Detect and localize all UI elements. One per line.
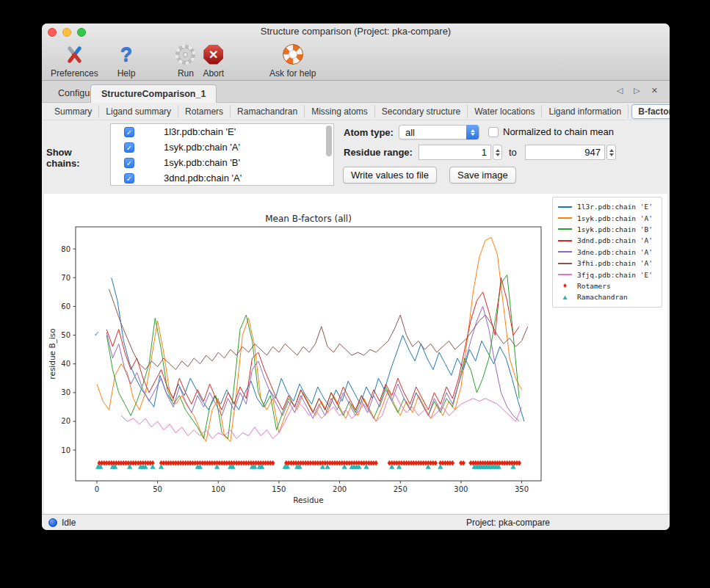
y-tick-label: 20 [61,417,70,425]
gear-icon [175,45,195,65]
chain-checkbox-checked[interactable]: ✓ [124,173,134,184]
chain-checkbox-checked[interactable]: ✓ [124,142,134,153]
residue-to-stepper[interactable] [606,145,616,160]
legend-line-swatch [558,228,572,230]
legend-entry: 3dne.pdb:chain 'A' [558,247,656,258]
chain-label: 3dnd.pdb:chain 'A' [164,173,242,184]
tab-structure-comparison-1[interactable]: StructureComparison_1 [90,84,217,103]
legend-label: Ramachandran [577,293,628,301]
window-title: Structure comparison (Project: pka-compa… [42,23,670,40]
legend-entry: ▲Ramachandran [558,291,656,302]
residue-from-stepper[interactable] [493,145,502,160]
chain-list-item[interactable]: ✓ 1syk.pdb:chain 'B' [111,155,333,170]
legend-line-swatch [558,240,572,242]
scrollbar-thumb[interactable] [326,126,332,156]
x-tick-label: 200 [333,485,347,493]
y-tick-label: 50 [61,331,70,339]
diamond-icon: ♦ [558,282,572,289]
subtab-secondary-structure[interactable]: Secondary structure [375,105,468,118]
titlebar[interactable]: Structure comparison (Project: pka-compa… [42,23,670,40]
run-button[interactable]: Run [175,40,195,79]
legend-line-swatch [558,217,572,219]
x-tick-label: 50 [153,485,162,493]
plot-title: Mean B-factors (all) [265,214,352,224]
triangle-icon: ▲ [558,294,572,301]
to-label: to [509,147,517,158]
chain-checkbox-checked[interactable]: ✓ [124,158,134,168]
y-tick-label: 60 [61,302,70,311]
window-chrome: Structure comparison (Project: pka-compa… [42,23,670,81]
legend-entry: ♦Rotamers [558,280,656,291]
toolbar: Preferences ? Help Run ✕ Abort Ask for h… [42,40,316,81]
legend-label: 3dnd.pdb:chain 'A' [577,236,653,244]
ask-for-help-button[interactable]: Ask for help [269,40,316,79]
run-label: Run [178,68,194,79]
legend-entry: 1syk.pdb:chain 'A' [558,212,656,223]
abort-x-icon: ✕ [203,45,223,65]
help-button[interactable]: ? Help [117,40,136,79]
residue-to-input[interactable]: 947 [525,145,605,160]
subtab-ramachandran[interactable]: Ramachandran [231,105,305,118]
x-tick-label: 300 [454,485,468,493]
subtab-summary[interactable]: Summary [48,105,99,118]
y-axis-label: residue B_iso [48,328,57,379]
subtab-ligand-information[interactable]: Ligand information [542,105,629,118]
minimize-window-button[interactable] [62,28,71,37]
legend-label: 3fjq.pdb:chain 'E' [577,271,653,279]
atom-type-label: Atom type: [344,127,394,138]
chain-checkbox-checked[interactable]: ✓ [124,127,134,137]
residue-from-input[interactable]: 1 [419,145,491,160]
chain-label: 1syk.pdb:chain 'A' [164,142,240,153]
legend-label: 1l3r.pdb:chain 'E' [577,203,653,211]
tab-scroll-close-controls[interactable]: ◁ ▷ ✕ [617,86,662,95]
status-bar: Idle Project: pka-compare [42,514,670,530]
chain-list[interactable]: ✓ 1l3r.pdb:chain 'E' ✓ 1syk.pdb:chain 'A… [110,123,334,186]
plot-legend: 1l3r.pdb:chain 'E'1syk.pdb:chain 'A'1syk… [552,197,662,308]
x-tick-label: 250 [394,485,407,493]
save-image-button[interactable]: Save image [449,167,516,184]
tools-icon [63,43,85,65]
document-tab-bar: Configure StructureComparison_1 ◁ ▷ ✕ [42,81,670,103]
legend-line-swatch [558,206,572,208]
chain-list-item[interactable]: ✓ 3dnd.pdb:chain 'A' [111,170,333,186]
subtab-rotamers[interactable]: Rotamers [178,105,231,118]
subtab-missing-atoms[interactable]: Missing atoms [305,105,375,118]
atom-type-value: all [405,127,415,138]
abort-button[interactable]: ✕ Abort [203,40,224,79]
chain-label: 1l3r.pdb:chain 'E' [164,126,236,137]
legend-label: 3dne.pdb:chain 'A' [577,248,653,256]
chain-list-item[interactable]: ✓ 1syk.pdb:chain 'A' [111,139,333,155]
legend-line-swatch [558,263,572,264]
subtab-water-locations[interactable]: Water locations [468,105,542,118]
preferences-label: Preferences [51,68,98,79]
legend-entry: 1l3r.pdb:chain 'E' [558,201,656,212]
subtab-ligand-summary[interactable]: Ligand summary [99,105,178,118]
ask-for-help-label: Ask for help [269,68,316,79]
question-mark-icon: ? [120,44,133,65]
y-tick-label: 40 [61,360,70,368]
write-values-button[interactable]: Write values to file [343,167,437,184]
legend-line-swatch [558,251,572,253]
legend-label: 1syk.pdb:chain 'B' [577,225,653,233]
subtab-b-factors[interactable]: B-factors [631,104,670,119]
legend-label: 3fhi.pdb:chain 'A' [577,259,653,267]
x-tick-label: 0 [95,485,99,493]
status-indicator-icon [48,518,57,527]
preferences-button[interactable]: Preferences [51,40,98,79]
close-window-button[interactable] [48,28,57,37]
normalized-label: Normalized to chain mean [503,126,614,137]
chain-list-item[interactable]: ✓ 1l3r.pdb:chain 'E' [111,124,333,139]
chain-label: 1syk.pdb:chain 'B' [164,157,240,168]
y-tick-label: 30 [61,388,70,396]
dropdown-chevrons-icon [466,125,479,139]
normalized-checkbox-group[interactable]: ✓ Normalized to chain mean [488,126,614,137]
atom-type-select[interactable]: all [399,125,479,139]
normalized-checkbox-unchecked[interactable]: ✓ [488,127,499,137]
x-tick-label: 350 [515,485,529,493]
zoom-window-button[interactable] [77,28,86,37]
x-tick-label: 100 [211,485,225,493]
chain-list-scrollbar[interactable] [326,126,332,185]
bfactor-controls: Show chains: ✓ 1l3r.pdb:chain 'E' ✓ 1syk… [42,120,670,192]
plot-frame [76,227,541,481]
x-tick-label: 150 [272,485,286,493]
